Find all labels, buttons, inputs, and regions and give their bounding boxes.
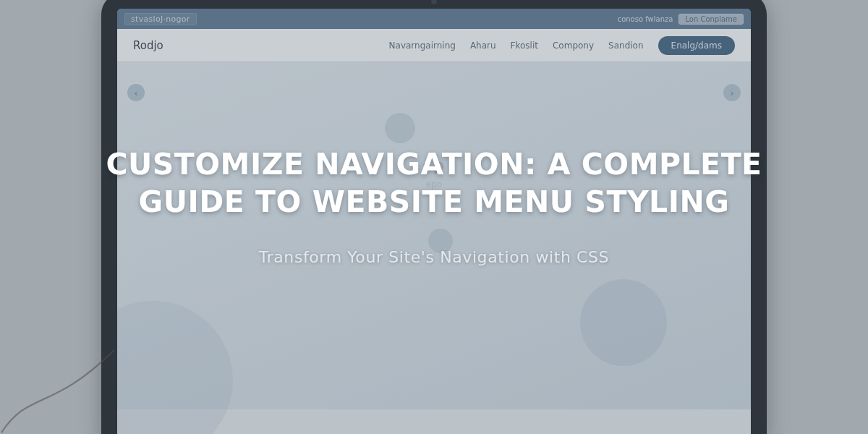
text-overlay: CUSTOMIZE NAVIGATION: A COMPLETE GUIDE T… [0, 0, 868, 434]
overlay-subtitle: Transform Your Site's Navigation with CS… [259, 248, 609, 266]
overlay-title: CUSTOMIZE NAVIGATION: A COMPLETE GUIDE T… [65, 146, 803, 221]
